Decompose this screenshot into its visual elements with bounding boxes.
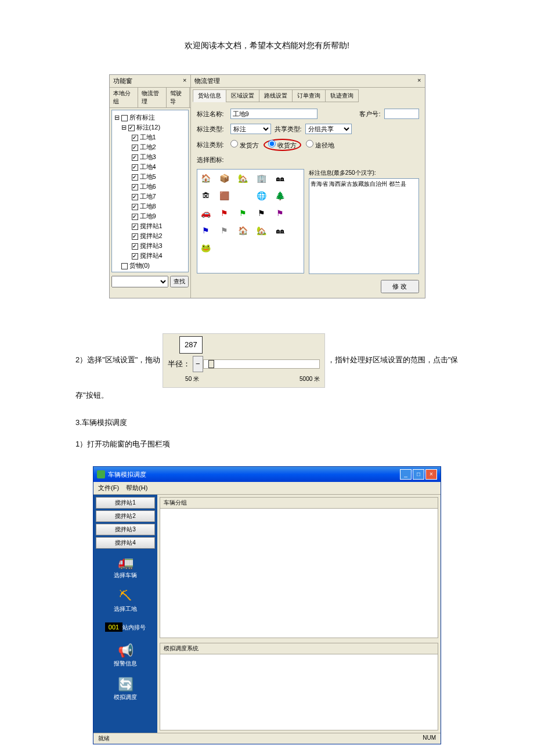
share-select[interactable]: 分组共享	[305, 124, 352, 134]
sidebar-station-4[interactable]: 搅拌站4	[96, 537, 155, 549]
left-tabs: 本地分组 物流管理 驾驶导	[110, 88, 190, 108]
house3-icon[interactable]: 🏘	[275, 225, 286, 236]
maximize-button[interactable]: □	[413, 469, 424, 480]
tab-driving[interactable]: 驾驶导	[167, 88, 190, 107]
blank-icon[interactable]	[238, 190, 248, 201]
tree-group[interactable]: 标注(12)	[136, 124, 161, 131]
sidebar-alarm-info[interactable]: 📢报警信息	[96, 639, 155, 672]
radio-receiver[interactable]: 收货方	[268, 142, 297, 149]
window-title: 车辆模拟调度	[108, 470, 146, 479]
tab-track-query[interactable]: 轨迹查询	[325, 89, 359, 102]
tree-events[interactable]: 事件(0)	[129, 272, 150, 272]
house2-icon[interactable]: 🏡	[257, 225, 267, 236]
sidebar-select-site[interactable]: ⛏选择工地	[96, 584, 155, 618]
name-input[interactable]	[230, 109, 317, 119]
home-icon[interactable]: 🏡	[238, 173, 248, 183]
tree-item[interactable]: 工地2	[140, 143, 156, 150]
tree-item[interactable]: 搅拌站2	[140, 232, 163, 239]
panel-title: 功能窗	[113, 77, 132, 85]
customer-label: 客户号:	[359, 110, 380, 118]
sidebar-station-queue[interactable]: 001站内排号	[96, 618, 155, 639]
search-select[interactable]	[111, 276, 168, 287]
sidebar-select-vehicle[interactable]: 🚛选择车辆	[96, 550, 155, 584]
tree-item[interactable]: 搅拌站1	[140, 222, 163, 229]
status-ready: 就绪	[98, 735, 110, 743]
tree-item[interactable]: 工地6	[140, 183, 156, 190]
flag-purple-icon[interactable]: ⚑	[275, 208, 286, 218]
tab-logistics[interactable]: 物流管理	[138, 88, 167, 107]
customer-input[interactable]	[384, 109, 419, 119]
type-select[interactable]: 标注	[230, 124, 271, 134]
sidebar-station-3[interactable]: 搅拌站3	[96, 524, 155, 535]
tree-item[interactable]: 工地8	[140, 203, 156, 210]
sidebar-simulate-dispatch[interactable]: 🔄模拟调度	[96, 672, 155, 706]
flag-green-icon[interactable]: ⚑	[238, 208, 248, 218]
info-textarea[interactable]: 青海省 海西蒙古族藏族自治州 都兰县	[309, 178, 419, 274]
tab-area-setting[interactable]: 区域设置	[226, 89, 259, 102]
slider-track[interactable]	[203, 359, 320, 369]
step1-text: 1）打开功能窗的电子围栏项	[75, 437, 459, 452]
house-icon[interactable]: 🏠	[201, 173, 211, 183]
car-icon[interactable]: 🚗	[201, 208, 211, 218]
sidebar: 搅拌站1 搅拌站2 搅拌站3 搅拌站4 🚛选择车辆 ⛏选择工地 001站内排号 …	[93, 495, 157, 733]
textarea-label: 标注信息(最多250个汉字):	[309, 169, 419, 177]
sidebar-station-1[interactable]: 搅拌站1	[96, 497, 155, 509]
recycle-icon	[97, 470, 105, 478]
search-button[interactable]: 查找	[170, 276, 189, 287]
icon-picker[interactable]: 🏠📦🏡🏢🏘 🏚🟫🌐🌲 🚗⚑⚑⚑⚑ ⚑⚑🏠🏡🏘 🐸	[197, 169, 304, 273]
icon-label: 选择图标:	[197, 156, 227, 164]
tab-route-setting[interactable]: 路线设置	[259, 89, 293, 102]
cabin-icon[interactable]: 🏚	[201, 190, 211, 201]
flag-blue-icon[interactable]: ⚑	[201, 225, 211, 236]
dispatch-system-body	[160, 654, 438, 730]
modify-button[interactable]: 修 改	[381, 280, 418, 293]
tree-item[interactable]: 工地4	[140, 163, 156, 170]
minimize-button[interactable]: _	[400, 469, 412, 480]
logistics-window: 功能窗 × 本地分组 物流管理 驾驶导 ⊟ 所有标注 ⊟ 标注(12) 工地1 …	[109, 74, 425, 298]
close-button[interactable]: ×	[425, 469, 437, 480]
status-num: NUM	[423, 735, 436, 743]
hut-icon[interactable]: 🏘	[275, 173, 286, 183]
vehicle-group-title: 车辆分组	[160, 498, 438, 509]
slider-value: 287	[179, 336, 203, 354]
close-icon[interactable]: ×	[183, 77, 186, 85]
radio-sender[interactable]: 发货方	[230, 140, 259, 150]
tree-item[interactable]: 搅拌站4	[140, 252, 163, 259]
slider-min: 50 米	[185, 373, 199, 385]
slider-thumb[interactable]	[208, 360, 214, 368]
tab-station-info[interactable]: 货站信息	[193, 89, 226, 102]
tree-item[interactable]: 工地5	[140, 173, 156, 180]
flag-gray-icon[interactable]: ⚑	[219, 225, 230, 236]
tab-local-group[interactable]: 本地分组	[110, 88, 138, 107]
tree-goods[interactable]: 货物(0)	[129, 262, 150, 269]
tree-item[interactable]: 工地7	[140, 193, 156, 200]
frog-icon[interactable]: 🐸	[201, 243, 211, 253]
radio-waypoint[interactable]: 途径地	[306, 140, 334, 150]
tree-item[interactable]: 工地9	[140, 213, 156, 219]
box-icon[interactable]: 📦	[219, 173, 230, 183]
titlebar: 车辆模拟调度 _ □ ×	[93, 467, 441, 482]
minus-button[interactable]: −	[193, 356, 203, 372]
tree-view[interactable]: ⊟ 所有标注 ⊟ 标注(12) 工地1 工地2 工地3 工地4 工地5 工地6 …	[111, 110, 189, 272]
tree-icon[interactable]: 🌲	[275, 190, 286, 201]
flag-red-icon[interactable]: ⚑	[219, 208, 230, 218]
house1-icon[interactable]: 🏠	[238, 225, 248, 236]
sidebar-station-2[interactable]: 搅拌站2	[96, 510, 155, 522]
building-icon[interactable]: 🏢	[257, 173, 267, 183]
tree-item[interactable]: 搅拌站3	[140, 242, 163, 249]
tree-root[interactable]: 所有标注	[129, 114, 155, 121]
box2-icon[interactable]: 🟫	[219, 190, 230, 201]
close-icon[interactable]: ×	[417, 77, 421, 85]
section-3-title: 3.车辆模拟调度	[75, 417, 459, 428]
category-label: 标注类别:	[197, 141, 227, 149]
type-label: 标注类型:	[197, 125, 227, 134]
tree-item[interactable]: 工地3	[140, 153, 156, 160]
globe-icon[interactable]: 🌐	[257, 190, 267, 201]
menu-help[interactable]: 帮助(H)	[126, 484, 147, 492]
panel-title: 物流管理	[194, 77, 220, 85]
flag-white-icon[interactable]: ⚑	[257, 208, 267, 218]
crane-icon: ⛏	[96, 589, 155, 604]
tab-order-query[interactable]: 订单查询	[292, 89, 326, 102]
menu-file[interactable]: 文件(F)	[98, 484, 119, 492]
tree-item[interactable]: 工地1	[140, 134, 156, 141]
